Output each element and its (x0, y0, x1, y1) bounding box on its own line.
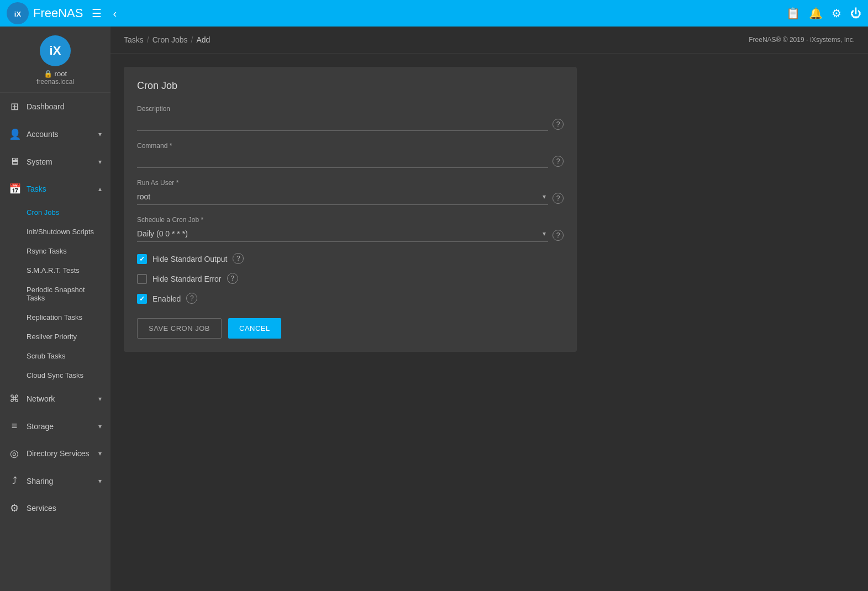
hide-stderr-label: Hide Standard Error (152, 275, 222, 283)
sidebar-item-accounts[interactable]: 👤 Accounts ▾ (0, 120, 111, 148)
expand-icon: ▾ (98, 130, 102, 138)
sidebar-item-label: Services (27, 504, 102, 513)
sharing-icon: ⤴ (9, 475, 20, 487)
command-input[interactable] (137, 152, 548, 168)
schedule-label: Schedule a Cron Job * (137, 216, 548, 224)
breadcrumb-copyright: FreeNAS® © 2019 - iXsystems, Inc. (749, 36, 855, 44)
sidebar-item-cloud-sync[interactable]: Cloud Sync Tasks (0, 366, 111, 385)
description-help-icon[interactable]: ? (553, 119, 564, 130)
expand-icon: ▾ (98, 158, 102, 166)
app-logo: iX FreeNAS (7, 2, 83, 24)
sidebar-item-storage[interactable]: ≡ Storage ▾ (0, 413, 111, 440)
topbar: iX FreeNAS ☰ ‹ 📋 🔔 ⚙ ⏻ (0, 0, 868, 27)
form-title: Cron Job (137, 80, 564, 92)
menu-toggle-button[interactable]: ☰ (90, 4, 104, 22)
accounts-icon: 👤 (9, 128, 20, 140)
sidebar-item-scrub[interactable]: Scrub Tasks (0, 346, 111, 366)
enabled-checkbox[interactable] (137, 294, 147, 304)
lock-icon: 🔒 (44, 70, 52, 78)
sidebar-item-label: Accounts (27, 130, 92, 139)
description-row: Description ? (137, 105, 564, 131)
sidebar-item-label: Dashboard (27, 102, 102, 111)
sidebar-item-label: Tasks (27, 184, 92, 193)
network-icon: ⌘ (9, 393, 20, 405)
sidebar-item-replication[interactable]: Replication Tasks (0, 308, 111, 327)
back-button[interactable]: ‹ (111, 5, 119, 22)
sidebar-item-rsync-tasks[interactable]: Rsync Tasks (0, 241, 111, 261)
hide-stdout-help-icon[interactable]: ? (233, 253, 244, 264)
sidebar-nav: ⊞ Dashboard 👤 Accounts ▾ 🖥 System ▾ 📅 Ta… (0, 93, 111, 591)
expand-icon: ▾ (98, 450, 102, 457)
sidebar-item-dashboard[interactable]: ⊞ Dashboard (0, 93, 111, 120)
expand-icon: ▾ (98, 477, 102, 485)
power-icon[interactable]: ⏻ (850, 7, 861, 20)
sidebar-item-cron-jobs[interactable]: Cron Jobs (0, 203, 111, 222)
schedule-help-icon[interactable]: ? (553, 230, 564, 241)
directory-icon: ◎ (9, 447, 20, 460)
sidebar-item-label: Sharing (27, 477, 92, 486)
form-container: Cron Job Description ? Com (111, 54, 868, 365)
user-host: freenas.local (36, 78, 74, 86)
breadcrumb-cron-jobs[interactable]: Cron Jobs (152, 35, 188, 44)
sidebar-item-label: Directory Services (27, 449, 92, 458)
dashboard-icon: ⊞ (9, 101, 20, 113)
run-as-user-row: Run As User * root nobody ▾ ? (137, 179, 564, 205)
run-as-user-help-icon[interactable]: ? (553, 193, 564, 204)
avatar: iX (40, 35, 71, 66)
enabled-label: Enabled (152, 294, 181, 303)
sidebar-item-periodic-snapshot[interactable]: Periodic Snapshot Tasks (0, 280, 111, 308)
sidebar: iX 🔒 root freenas.local ⊞ Dashboard 👤 Ac… (0, 27, 111, 591)
run-as-user-select-wrap: Run As User * root nobody ▾ (137, 179, 548, 205)
command-help-icon[interactable]: ? (553, 156, 564, 167)
sidebar-item-resilver[interactable]: Resilver Priority (0, 327, 111, 346)
clipboard-icon[interactable]: 📋 (786, 7, 800, 20)
sidebar-item-tasks[interactable]: 📅 Tasks ▴ (0, 175, 111, 203)
topbar-left: iX FreeNAS ☰ ‹ (7, 2, 119, 24)
enabled-row: Enabled ? (137, 293, 564, 305)
breadcrumb-tasks[interactable]: Tasks (124, 35, 144, 44)
enabled-help-icon[interactable]: ? (186, 293, 197, 304)
cancel-button[interactable]: CANCEL (228, 318, 281, 339)
notifications-icon[interactable]: 🔔 (809, 7, 823, 20)
breadcrumb-separator: / (147, 35, 149, 44)
sidebar-item-sharing[interactable]: ⤴ Sharing ▾ (0, 467, 111, 494)
sidebar-item-label: System (27, 157, 92, 166)
command-label: Command * (137, 142, 548, 150)
sidebar-item-services[interactable]: ⚙ Services (0, 494, 111, 522)
breadcrumb-current: Add (196, 35, 210, 44)
storage-icon: ≡ (9, 420, 20, 432)
save-cron-job-button[interactable]: SAVE CRON JOB (137, 318, 222, 339)
content-area: Tasks / Cron Jobs / Add FreeNAS® © 2019 … (111, 27, 868, 591)
hide-stderr-row: Hide Standard Error ? (137, 273, 564, 285)
sidebar-item-init-shutdown[interactable]: Init/Shutdown Scripts (0, 222, 111, 241)
description-input[interactable] (137, 115, 548, 131)
form-card: Cron Job Description ? Com (124, 67, 577, 352)
description-input-wrap: Description (137, 105, 548, 131)
services-icon: ⚙ (9, 502, 20, 514)
run-as-user-select[interactable]: root nobody (137, 189, 548, 205)
schedule-select[interactable]: Hourly (0 * * * *) Daily (0 0 * * *) Wee… (137, 226, 548, 242)
hide-stderr-checkbox[interactable] (137, 274, 147, 284)
topbar-right: 📋 🔔 ⚙ ⏻ (786, 7, 861, 20)
breadcrumb-separator: / (191, 35, 193, 44)
sidebar-item-smart-tests[interactable]: S.M.A.R.T. Tests (0, 261, 111, 280)
schedule-select-wrap: Schedule a Cron Job * Hourly (0 * * * *)… (137, 216, 548, 242)
breadcrumb: Tasks / Cron Jobs / Add (124, 35, 210, 44)
main-layout: iX 🔒 root freenas.local ⊞ Dashboard 👤 Ac… (0, 27, 868, 591)
settings-icon[interactable]: ⚙ (832, 7, 841, 20)
sidebar-item-directory-services[interactable]: ◎ Directory Services ▾ (0, 440, 111, 467)
breadcrumb-bar: Tasks / Cron Jobs / Add FreeNAS® © 2019 … (111, 27, 868, 54)
hide-stdout-checkbox[interactable] (137, 254, 147, 264)
sidebar-item-label: Network (27, 394, 92, 403)
command-input-wrap: Command * (137, 142, 548, 168)
hide-stderr-help-icon[interactable]: ? (227, 273, 238, 284)
schedule-row: Schedule a Cron Job * Hourly (0 * * * *)… (137, 216, 564, 242)
sidebar-item-network[interactable]: ⌘ Network ▾ (0, 385, 111, 413)
description-label: Description (137, 105, 548, 113)
description-field: Description ? (137, 105, 564, 131)
collapse-icon: ▴ (98, 185, 102, 193)
run-as-user-label: Run As User * (137, 179, 548, 187)
form-actions: SAVE CRON JOB CANCEL (137, 318, 564, 339)
command-field: Command * ? (137, 142, 564, 168)
sidebar-item-system[interactable]: 🖥 System ▾ (0, 148, 111, 175)
